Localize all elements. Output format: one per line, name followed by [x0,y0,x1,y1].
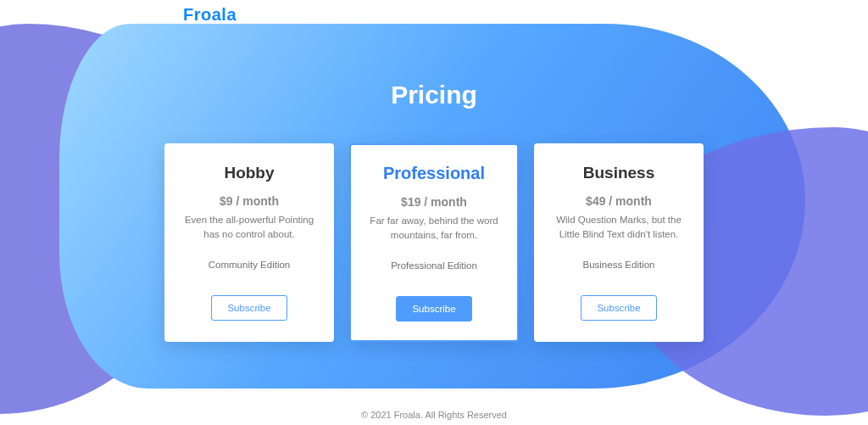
plan-name: Business [544,164,693,182]
brand-logo[interactable]: Froala [183,5,236,25]
plan-desc: Wild Question Marks, but the Little Blin… [544,213,693,241]
plan-name: Hobby [175,164,324,182]
subscribe-button[interactable]: Subscribe [396,296,471,322]
pricing-card-business: Business $49 / month Wild Question Marks… [534,143,704,342]
plan-price: $9 / month [175,194,324,208]
pricing-cards: Hobby $9 / month Even the all-powerful P… [0,143,868,342]
plan-edition: Business Edition [544,260,693,270]
page-title: Pricing [0,81,868,109]
plan-price: $19 / month [361,195,507,209]
subscribe-button[interactable]: Subscribe [581,295,656,321]
pricing-card-hobby: Hobby $9 / month Even the all-powerful P… [164,143,334,342]
plan-desc: Even the all-powerful Pointing has no co… [175,213,324,241]
footer-text: © 2021 Froala. All Rights Reserved [0,410,868,420]
plan-price: $49 / month [544,194,693,208]
plan-name: Professional [361,164,507,183]
pricing-card-professional: Professional $19 / month Far far away, b… [349,143,519,342]
plan-edition: Professional Edition [361,260,507,271]
subscribe-button[interactable]: Subscribe [211,295,287,321]
plan-desc: Far far away, behind the word mountains,… [361,214,507,242]
plan-edition: Community Edition [175,260,324,270]
